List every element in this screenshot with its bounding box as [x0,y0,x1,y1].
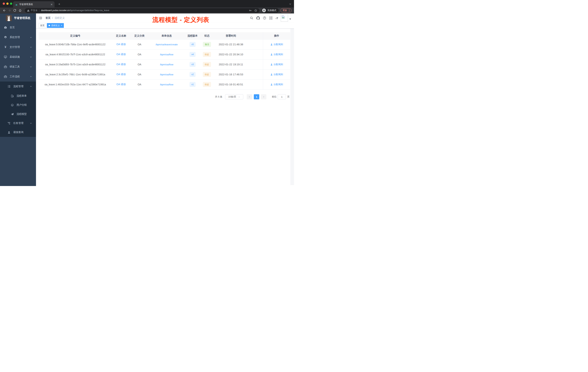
annotation-title: 流程模型 - 定义列表 [152,16,209,24]
page-size-value: 10条/页 [228,95,236,98]
user-avatar[interactable] [281,14,288,22]
definition-name-link[interactable]: OA 请假 [112,59,130,69]
status-badge: 挂起 [203,72,211,77]
col-header-deploy-time: 部署时间 [213,32,249,39]
form-link[interactable]: /bpm/oa/leave/create [149,40,185,49]
incognito-icon [262,9,266,12]
table-row: oa_leave:5:004b710b-7b8a-11ec-8ef0-acde4… [39,40,290,50]
tab-search-chevron-icon[interactable] [289,3,292,5]
sidebar-item-label: 支付管理 [10,45,20,49]
browser-update-button[interactable]: 更新 [281,8,292,13]
app-header: 首页 / 流程定义 流程模型 - 定义列表 тT [36,13,294,22]
definition-name-link[interactable]: OA 请假 [112,50,130,59]
definition-category: OA [130,79,149,89]
toolbox-icon [4,75,7,78]
chevron-down-icon [30,122,32,124]
definition-name-link[interactable]: OA 请假 [112,69,130,79]
assign-rule-button[interactable]: 分配规则 [270,73,283,76]
sidebar-item-leave-query[interactable]: 请假查询 [0,128,36,137]
status-badge: 挂起 [203,82,211,87]
update-label[interactable]: 更新 [283,9,287,12]
window-zoom-button[interactable] [10,2,12,5]
paper-plane-icon [11,113,14,116]
address-bar[interactable]: 不安全 dashboard.yudao.iocoder.cn/bpm/manag… [25,8,260,13]
tab-close-icon[interactable]: ✕ [50,3,53,6]
pagination: 共 5 条 10条/页 1 前往 页 [215,94,290,99]
breadcrumb: 首页 / 流程定义 [45,13,65,22]
col-header-form: 表单信息 [149,32,185,39]
assign-rule-button[interactable]: 分配规则 [270,63,283,66]
window-minimize-button[interactable] [6,2,9,5]
sidebar-item-home[interactable]: 首页 [0,22,36,33]
page-number-active[interactable]: 1 [254,94,259,99]
tag-process-definition[interactable]: 流程定义 × [47,23,64,28]
definition-name-link[interactable]: OA 请假 [112,79,130,89]
next-page-button[interactable] [261,94,266,99]
sidebar: 芋道管理系统 首页 系统管理 ¥ 支付管理 基础设施 [0,13,36,186]
github-icon[interactable] [256,16,260,20]
definition-name-link[interactable]: OA 请假 [112,40,130,49]
definition-category: OA [130,40,149,49]
version-badge: v5 [190,42,196,47]
page-size-select[interactable]: 10条/页 [225,94,243,99]
breadcrumb-home[interactable]: 首页 [45,16,51,20]
chevron-down-icon [30,36,32,38]
sidebar-item-process-management[interactable]: 流程管理 [0,82,36,91]
prev-page-button[interactable] [247,94,252,99]
sidebar-item-process-form[interactable]: 流程表单 [0,91,36,100]
home-button[interactable] [18,8,22,13]
deploy-time: 2022-01-22 19:19:11 [213,59,249,69]
definition-category: OA [130,69,149,79]
definition-id: oa_leave:3:1fad3d93-7b75-11ec-a3c8-acde4… [39,59,112,69]
new-tab-button[interactable]: + [57,2,62,7]
browser-tab[interactable]: 芋道管理系统 ✕ [13,1,54,8]
sidebar-item-process-model[interactable]: 流程模型 [0,109,36,119]
col-header-id: 定义编号 [39,32,112,39]
assign-rule-button[interactable]: 分配规则 [270,83,283,86]
app-logo[interactable]: 芋道管理系统 [0,13,36,22]
active-tag-dot [49,25,50,26]
action-label: 分配规则 [274,73,283,76]
sidebar-item-task-management[interactable]: 任务管理 [0,119,36,128]
window-close-button[interactable] [3,2,5,5]
sidebar-item-workflow[interactable]: 工作流程 [0,72,36,82]
form-link[interactable]: /bpm/oa/flow [149,50,185,59]
sidebar-fold-icon[interactable] [39,16,42,20]
avatar-caret-icon[interactable] [289,19,291,20]
favicon-sprout-icon [15,3,18,6]
help-icon[interactable] [263,16,266,20]
sidebar-item-devtools[interactable]: 研发工具 [0,62,36,72]
form-link[interactable]: /bpm/oa/flow [149,69,185,79]
password-key-icon[interactable] [249,9,252,12]
sidebar-item-infrastructure[interactable]: 基础设施 [0,52,36,62]
forward-button[interactable] [7,8,12,13]
page-content: 定义编号 定义名称 定义分类 表单信息 流程版本 状态 部署时间 操作 oa_l… [36,29,294,186]
version-badge: v3 [190,62,196,67]
sidebar-item-label: 请假查询 [13,131,23,134]
sidebar-item-payment[interactable]: ¥ 支付管理 [0,42,36,52]
reload-button[interactable] [12,8,17,13]
user-icon [8,131,11,134]
font-size-icon[interactable]: тT [276,17,278,20]
assign-rule-button[interactable]: 分配规则 [270,43,283,46]
tag-home[interactable]: 首页 [39,23,46,28]
tag-close-icon[interactable]: × [61,24,62,27]
security-warning-icon[interactable] [27,9,30,12]
form-link[interactable]: /bpm/oa/flow [149,59,185,69]
browser-menu-icon[interactable] [289,9,289,12]
sidebar-item-user-group[interactable]: 用户分组 [0,100,36,109]
security-label[interactable]: 不安全 [31,9,38,12]
form-link[interactable]: /bpm/oa/flow [149,79,185,89]
fullscreen-icon[interactable] [269,16,273,20]
definition-table: 定义编号 定义名称 定义分类 表单信息 流程版本 状态 部署时间 操作 oa_l… [39,32,290,89]
gear-icon [4,36,7,39]
bookmark-star-icon[interactable] [254,9,257,12]
goto-page-input[interactable] [278,94,286,99]
sidebar-item-system[interactable]: 系统管理 [0,33,36,42]
assign-rule-button[interactable]: 分配规则 [270,53,283,56]
table-row: oa_leave:4:991f2193-7b7f-11ec-a3c8-acde4… [39,50,290,59]
robot-face-icon [11,104,14,107]
back-button[interactable] [2,8,7,13]
search-icon[interactable] [250,16,253,20]
form-edit-icon [11,94,14,98]
